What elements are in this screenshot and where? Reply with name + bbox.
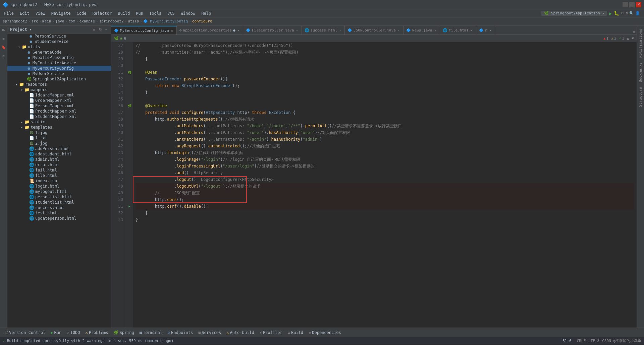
toolbar-endpoints[interactable]: ⊕ Endpoints — [166, 330, 195, 336]
tab-n[interactable]: 🔷 n ✕ — [476, 26, 495, 34]
bc-java[interactable]: java — [55, 19, 64, 23]
tab-close-button[interactable]: ✕ — [170, 29, 174, 32]
tab-overflow-button[interactable]: ≡ — [633, 30, 635, 34]
left-icon-project[interactable]: P — [1, 27, 7, 33]
tree-file[interactable]: 🌐 file.html — [7, 173, 111, 178]
tab-close-button[interactable]: ✕ — [470, 28, 473, 32]
toolbar-build[interactable]: ⚙ Build — [286, 330, 305, 336]
tree-resources[interactable]: ▾ 📁 resources — [7, 82, 111, 87]
sidebar-close[interactable]: − — [104, 27, 108, 32]
tab-success[interactable]: 🌐 success.html ✕ — [302, 26, 345, 34]
tree-test[interactable]: 🌐 test.html — [7, 210, 111, 216]
menu-window[interactable]: Window — [178, 10, 198, 16]
tree-templates[interactable]: ▾ 📁 templates — [7, 125, 111, 130]
tree-2jpg[interactable]: 🖼 2.jpg — [7, 141, 111, 146]
tree-idcardMapper[interactable]: 📄 IdcardMapper.xml — [7, 92, 111, 98]
toolbar-profiler[interactable]: ⚡ Profiler — [258, 330, 284, 336]
tree-mySercurityConfig[interactable]: ● MySercurityConfig — [7, 66, 111, 71]
tree-expand-arrow[interactable]: ▾ — [19, 88, 24, 92]
maximize-button[interactable]: □ — [629, 2, 635, 7]
tab-news[interactable]: 🔷 News.java ✕ — [404, 26, 440, 34]
left-icon-find[interactable]: ⊡ — [1, 53, 7, 59]
bc-com[interactable]: com — [68, 19, 75, 23]
tree-expand-arrow[interactable]: ▾ — [14, 83, 19, 86]
toolbar-todo[interactable]: ☑ TODO — [65, 330, 82, 336]
tab-close-button[interactable]: ✕ — [434, 28, 437, 32]
tree-1jpg[interactable]: 🖼 1.jpg — [7, 130, 111, 135]
collapse-warnings-icon[interactable]: ▼ — [632, 36, 634, 41]
tree-addstudent[interactable]: 🌐 addstudent.html — [7, 151, 111, 157]
tree-springboot2App[interactable]: 🌿 Springboot2Application — [7, 76, 111, 82]
toolbar-terminal[interactable]: ▦ Terminal — [138, 330, 164, 336]
tree-myUserService[interactable]: ● MyUserService — [7, 71, 111, 76]
tree-expand-arrow[interactable]: ▾ — [17, 45, 21, 49]
right-icon-structure[interactable]: Structure — [638, 85, 643, 109]
bc-src[interactable]: src — [31, 19, 38, 23]
sidebar-settings[interactable]: ⚙ — [98, 27, 103, 32]
tree-personService[interactable]: ● PersonService — [7, 33, 111, 39]
tab-close-button[interactable]: ✕ — [237, 28, 240, 32]
menu-file[interactable]: File — [1, 10, 16, 16]
tab-close-button[interactable]: ✕ — [296, 28, 299, 32]
menu-build[interactable]: Build — [115, 10, 132, 16]
bc-configure[interactable]: configure — [192, 19, 212, 23]
refresh-icon[interactable]: ⟳ — [621, 11, 624, 15]
menu-view[interactable]: View — [33, 10, 48, 16]
menu-tools[interactable]: Tools — [147, 10, 164, 16]
tree-mappers[interactable]: ▾ 📁 mappers — [7, 87, 111, 92]
tree-login[interactable]: 🌐 login.html — [7, 184, 111, 189]
minimize-button[interactable]: ─ — [623, 2, 628, 7]
sidebar-collapse-all[interactable]: ≡ — [92, 27, 96, 32]
tab-fileController[interactable]: 🔷 FileController.java ✕ — [243, 26, 302, 34]
tree-updateperson[interactable]: 🌐 updateperson.html — [7, 216, 111, 221]
tree-1txt[interactable]: 📄 1.txt — [7, 135, 111, 141]
tab-close-button[interactable]: ✕ — [489, 28, 492, 32]
tree-orderMapper[interactable]: 📄 OrderMapper.xml — [7, 98, 111, 103]
search-icon[interactable]: 🔍 — [629, 11, 634, 15]
toolbar-dependencies[interactable]: ◈ Dependencies — [307, 330, 343, 336]
right-icon-notifications[interactable]: Notifications — [638, 27, 643, 60]
toolbar-spring[interactable]: 🌿 Spring — [111, 330, 136, 336]
menu-navigate[interactable]: Navigate — [49, 10, 73, 16]
tree-myControllerAdvice[interactable]: ● MyControllerAdvice — [7, 60, 111, 66]
menu-run[interactable]: Run — [133, 10, 146, 16]
bc-main[interactable]: main — [42, 19, 51, 23]
tree-indexjsp[interactable]: 📜 index.jsp — [7, 178, 111, 184]
menu-code[interactable]: Code — [74, 10, 89, 16]
bc-springboot2[interactable]: springboot2 — [3, 19, 27, 23]
tree-expand-arrow[interactable]: ▾ — [19, 126, 24, 129]
tab-close-button[interactable]: ✕ — [338, 28, 342, 32]
tree-addPerson[interactable]: 🌐 addPerson.html — [7, 146, 111, 151]
toolbar-version-control[interactable]: ⎇ Version Control — [1, 330, 47, 336]
tree-static[interactable]: ▸ 📁 static — [7, 119, 111, 125]
bc-utils[interactable]: utils — [128, 19, 139, 23]
tree-generateCode[interactable]: ● GenerateCode — [7, 50, 111, 55]
right-icon-bookmarks[interactable]: Bookmarks — [638, 60, 643, 84]
tree-studentService[interactable]: ● StudentService — [7, 39, 111, 44]
tab-close-button[interactable]: ✕ — [397, 28, 400, 32]
menu-vcs[interactable]: VCS — [165, 10, 177, 16]
run-config-selector[interactable]: 🌿 Springboot2Application ▾ — [541, 11, 607, 16]
bc-mysercurityconfig[interactable]: 🔷 MySercurityConfig — [143, 19, 188, 23]
tab-appProps[interactable]: ⚙ application.properties ● ✕ — [177, 26, 243, 34]
toolbar-run[interactable]: ▶ Run — [49, 330, 63, 336]
tree-mybatisPlusConfig[interactable]: ● MybatisPlusConfig — [7, 55, 111, 60]
toolbar-problems[interactable]: ⚠ Problems — [83, 330, 110, 336]
tree-expand-arrow[interactable]: ▸ — [19, 120, 24, 124]
tab-jsonController[interactable]: 🔷 JSONController.java ✕ — [345, 26, 404, 34]
tab-mySercurityConfig[interactable]: 🔷 MySercurityConfig.java ✕ — [111, 26, 177, 34]
code-content[interactable]: // .password(new BCryptPasswordEncoder()… — [133, 42, 637, 328]
bc-springboot2-2[interactable]: springboot2 — [99, 19, 124, 23]
tree-productMapper[interactable]: 📄 ProductMapper.xml — [7, 109, 111, 114]
toolbar-auto-build[interactable]: △ Auto-build — [224, 330, 256, 336]
toolbar-services[interactable]: ⊞ Services — [196, 330, 223, 336]
tab-fileHtml[interactable]: 🌐 file.html ✕ — [440, 26, 477, 34]
left-icon-structure[interactable]: ⊞ — [1, 36, 7, 42]
menu-refactor[interactable]: Refactor — [90, 10, 114, 16]
tree-studentlist[interactable]: 🌐 studentlist.html — [7, 200, 111, 205]
tree-utils[interactable]: ▾ 📁 utils — [7, 44, 111, 50]
user-icon[interactable]: 👤 — [635, 11, 640, 15]
debug-button[interactable]: 🐛 — [614, 11, 619, 16]
close-button[interactable]: ✕ — [636, 2, 641, 7]
tree-personlist[interactable]: 🌐 personlist.html — [7, 194, 111, 200]
